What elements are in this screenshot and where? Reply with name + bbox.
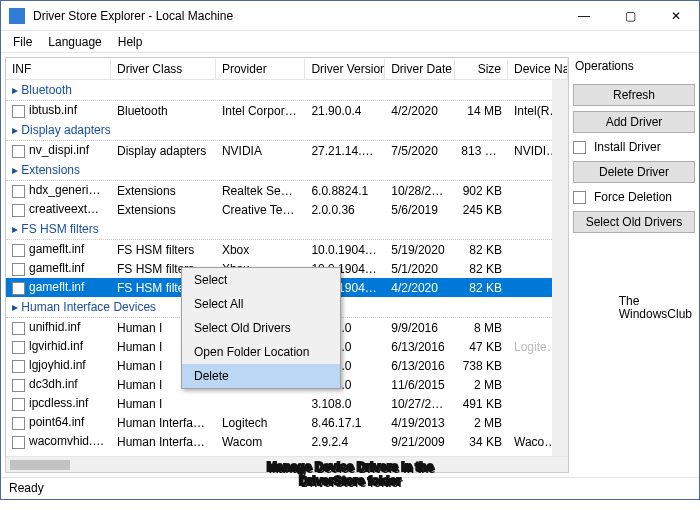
row-checkbox[interactable] bbox=[12, 322, 25, 335]
row-checkbox[interactable] bbox=[12, 263, 25, 276]
watermark: The WindowsClub bbox=[619, 295, 692, 321]
operations-panel: Operations Refresh Add Driver Install Dr… bbox=[573, 57, 695, 473]
col-size[interactable]: Size bbox=[455, 59, 508, 79]
table-row[interactable]: gameflt.infFS HSM filtersXbox10.0.19041.… bbox=[6, 240, 568, 259]
table-row[interactable]: nv_dispi.infDisplay adaptersNVIDIA27.21.… bbox=[6, 141, 568, 160]
row-checkbox[interactable] bbox=[12, 379, 25, 392]
app-window: Driver Store Explorer - Local Machine — … bbox=[0, 0, 700, 500]
row-checkbox[interactable] bbox=[12, 204, 25, 217]
force-deletion-checkbox[interactable] bbox=[573, 191, 586, 204]
window-title: Driver Store Explorer - Local Machine bbox=[33, 9, 561, 23]
ctx-select[interactable]: Select bbox=[182, 268, 340, 292]
operations-heading: Operations bbox=[573, 57, 695, 79]
caption-line2: DriverStore folder bbox=[0, 475, 700, 489]
table-row[interactable]: point64.infHuman Interface DevicesLogite… bbox=[6, 413, 568, 432]
group-header[interactable]: ▸ Extensions bbox=[6, 160, 568, 181]
app-icon bbox=[9, 8, 25, 24]
row-checkbox[interactable] bbox=[12, 398, 25, 411]
group-header[interactable]: ▸ IDE ATA/ATAPI bbox=[6, 451, 568, 456]
table-row[interactable]: ibtusb.infBluetoothIntel Corporation21.9… bbox=[6, 101, 568, 120]
minimize-button[interactable]: — bbox=[561, 1, 607, 31]
add-driver-button[interactable]: Add Driver bbox=[573, 111, 695, 133]
context-menu: Select Select All Select Old Drivers Ope… bbox=[181, 267, 341, 389]
col-provider[interactable]: Provider bbox=[216, 59, 305, 79]
caption-line1: Manage Device Drivers in the bbox=[0, 461, 700, 475]
table-row[interactable]: creativeextensio...ExtensionsCreative Te… bbox=[6, 200, 568, 219]
menubar: File Language Help bbox=[1, 31, 699, 53]
vertical-scrollbar[interactable] bbox=[552, 80, 568, 456]
menu-language[interactable]: Language bbox=[40, 33, 109, 51]
ctx-open-folder-location[interactable]: Open Folder Location bbox=[182, 340, 340, 364]
row-checkbox[interactable] bbox=[12, 436, 25, 449]
grid-header: INF Driver Class Provider Driver Version… bbox=[6, 58, 568, 80]
menu-file[interactable]: File bbox=[5, 33, 40, 51]
ctx-select-old-drivers[interactable]: Select Old Drivers bbox=[182, 316, 340, 340]
row-checkbox[interactable] bbox=[12, 282, 25, 295]
col-class[interactable]: Driver Class bbox=[111, 59, 216, 79]
table-row[interactable]: ipcdless.infHuman I3.108.010/27/2015491 … bbox=[6, 394, 568, 413]
row-checkbox[interactable] bbox=[12, 417, 25, 430]
col-version[interactable]: Driver Version bbox=[305, 59, 385, 79]
close-button[interactable]: ✕ bbox=[653, 1, 699, 31]
row-checkbox[interactable] bbox=[12, 341, 25, 354]
watermark-line2: WindowsClub bbox=[619, 308, 692, 321]
titlebar: Driver Store Explorer - Local Machine — … bbox=[1, 1, 699, 31]
row-checkbox[interactable] bbox=[12, 185, 25, 198]
install-driver-label: Install Driver bbox=[594, 140, 661, 154]
refresh-button[interactable]: Refresh bbox=[573, 84, 695, 106]
table-row[interactable]: hdx_genericext_...ExtensionsRealtek Semi… bbox=[6, 181, 568, 200]
row-checkbox[interactable] bbox=[12, 105, 25, 118]
driver-grid: INF Driver Class Provider Driver Version… bbox=[5, 57, 569, 473]
col-inf[interactable]: INF bbox=[6, 59, 111, 79]
maximize-button[interactable]: ▢ bbox=[607, 1, 653, 31]
group-header[interactable]: ▸ Display adapters bbox=[6, 120, 568, 141]
table-row[interactable]: wacomvhid.infHuman Interface DevicesWaco… bbox=[6, 432, 568, 451]
force-deletion-label: Force Deletion bbox=[594, 190, 672, 204]
col-device[interactable]: Device Name bbox=[508, 59, 568, 79]
group-header[interactable]: ▸ FS HSM filters bbox=[6, 219, 568, 240]
col-date[interactable]: Driver Date bbox=[385, 59, 455, 79]
row-checkbox[interactable] bbox=[12, 360, 25, 373]
row-checkbox[interactable] bbox=[12, 244, 25, 257]
select-old-drivers-button[interactable]: Select Old Drivers bbox=[573, 211, 695, 233]
caption-overlay: Manage Device Drivers in the DriverStore… bbox=[0, 461, 700, 489]
group-header[interactable]: ▸ Bluetooth bbox=[6, 80, 568, 101]
ctx-select-all[interactable]: Select All bbox=[182, 292, 340, 316]
row-checkbox[interactable] bbox=[12, 145, 25, 158]
ctx-delete[interactable]: Delete bbox=[182, 364, 340, 388]
delete-driver-button[interactable]: Delete Driver bbox=[573, 161, 695, 183]
install-driver-checkbox[interactable] bbox=[573, 141, 586, 154]
menu-help[interactable]: Help bbox=[110, 33, 151, 51]
